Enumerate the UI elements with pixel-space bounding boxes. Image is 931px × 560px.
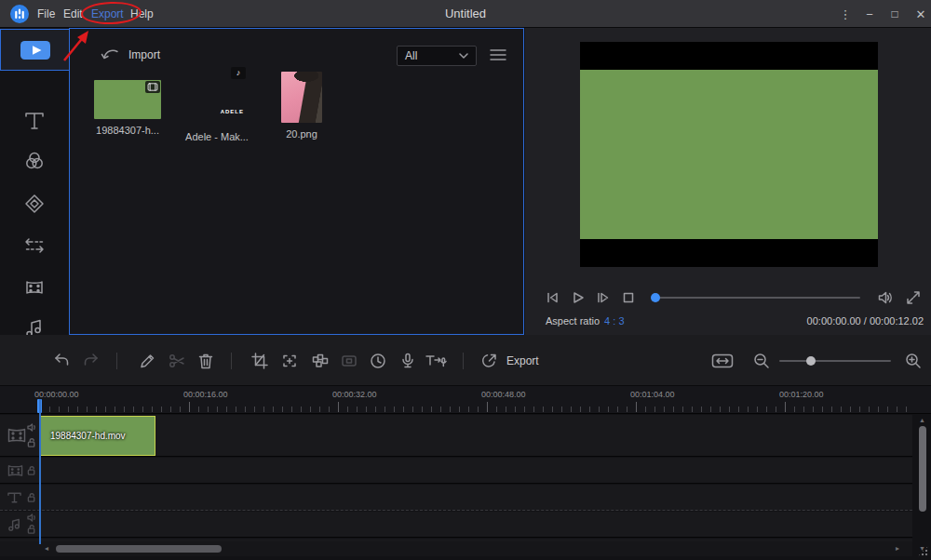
vertical-scroll-thumb[interactable] [919, 426, 926, 512]
more-options-button[interactable]: ⋮ [838, 0, 853, 28]
minimize-button[interactable]: − [861, 0, 878, 28]
music-track-icon [7, 517, 22, 532]
scroll-right-arrow[interactable]: ▸ [896, 544, 899, 553]
sidebar-tab-transitions[interactable] [0, 225, 69, 266]
lock-track-icon[interactable] [27, 493, 37, 502]
track-video-header [0, 415, 39, 456]
text-track-icon [7, 490, 22, 504]
timeline-zoom-slider[interactable] [779, 360, 891, 362]
lock-track-icon[interactable] [27, 525, 37, 534]
fullscreen-icon [905, 289, 922, 306]
overlay-track-icon [7, 463, 24, 478]
elements-icon [22, 275, 47, 300]
scroll-left-arrow[interactable]: ◂ [45, 544, 48, 553]
import-label: Import [128, 48, 160, 61]
menu-export[interactable]: Export [91, 7, 124, 20]
ruler-label: 00:00:32.00 [332, 390, 377, 399]
scroll-up-arrow[interactable]: ▲ [919, 417, 925, 423]
chevron-down-icon [459, 53, 468, 59]
media-library-panel: Import All 19884307-h... ADELE ♪ Adele -… [69, 28, 524, 335]
next-frame-button[interactable] [592, 287, 613, 308]
track-text [0, 485, 912, 511]
transitions-icon [22, 233, 47, 258]
close-button[interactable]: ✕ [912, 0, 929, 28]
play-button[interactable] [567, 287, 587, 308]
aspect-ratio-label: Aspect ratio [546, 315, 600, 327]
sidebar-tab-text[interactable] [0, 100, 69, 141]
stop-button[interactable] [618, 287, 639, 308]
import-button[interactable]: Import [100, 47, 160, 62]
menu-edit[interactable]: Edit [63, 7, 83, 20]
mute-track-icon[interactable] [27, 423, 37, 432]
sidebar-tab-elements[interactable] [0, 267, 69, 308]
playhead-line[interactable] [39, 399, 41, 544]
stop-icon [620, 289, 637, 306]
media-item-video[interactable]: 19884307-h... [94, 80, 161, 119]
timeline-ruler[interactable]: 00:00:00.00 00:00:16.00 00:00:32.00 00:0… [0, 386, 931, 414]
freeze-frame-icon [340, 352, 358, 370]
media-item-audio[interactable]: ADELE ♪ Adele - Mak... [187, 66, 247, 126]
split-button[interactable] [165, 349, 189, 373]
volume-icon [877, 289, 894, 306]
video-track-icon [7, 426, 27, 445]
fit-timeline-icon [711, 353, 734, 369]
lock-track-icon[interactable] [27, 466, 37, 475]
music-badge-icon: ♪ [231, 67, 246, 79]
import-icon [100, 47, 120, 62]
undo-button[interactable] [49, 349, 74, 373]
voiceover-button[interactable] [396, 349, 420, 373]
sidebar-tab-filters[interactable] [0, 140, 69, 181]
video-thumbnail [94, 80, 161, 119]
duration-button[interactable] [366, 349, 390, 373]
text-to-speech-button[interactable] [424, 349, 448, 373]
delete-button[interactable] [194, 349, 218, 373]
transport-controls [525, 285, 931, 313]
vertical-scrollbar[interactable]: ▲ ▼ [916, 415, 929, 556]
video-badge-icon [145, 81, 160, 93]
media-item-image[interactable]: 20.png [281, 72, 322, 123]
preview-canvas [580, 42, 878, 267]
media-filter-dropdown[interactable]: All [397, 46, 477, 66]
fit-timeline-button[interactable] [710, 349, 735, 373]
track-video: 19884307-hd.mov [0, 415, 912, 457]
menu-help[interactable]: Help [130, 7, 154, 20]
horizontal-scroll-thumb[interactable] [56, 545, 222, 553]
clock-icon [369, 352, 387, 370]
toolbar-divider [231, 353, 232, 369]
fullscreen-button[interactable] [903, 287, 924, 308]
lock-track-icon[interactable] [27, 438, 37, 447]
list-view-button[interactable] [490, 48, 506, 61]
video-editor-window: File Edit Export Help Untitled ⋮ − □ ✕ [0, 0, 931, 560]
zoom-in-button[interactable] [901, 349, 925, 373]
pencil-icon [138, 352, 156, 370]
edit-toolbar: Export [0, 335, 931, 386]
horizontal-scrollbar[interactable]: ◂ ▸ [0, 541, 912, 556]
seek-slider[interactable] [652, 297, 860, 299]
seek-handle[interactable] [651, 293, 660, 302]
zoom-frame-button[interactable] [277, 349, 302, 373]
media-item-name: 19884307-h... [96, 125, 159, 136]
volume-button[interactable] [875, 287, 896, 308]
edit-clip-button[interactable] [135, 349, 159, 373]
sidebar-tab-overlays[interactable] [0, 183, 69, 224]
freeze-frame-button[interactable] [337, 349, 361, 373]
microphone-icon [398, 352, 417, 370]
track-music [0, 512, 912, 538]
clip-name: 19884307-hd.mov [50, 431, 126, 441]
crop-button[interactable] [248, 349, 272, 373]
mosaic-button[interactable] [308, 349, 332, 373]
media-icon [20, 38, 51, 62]
mute-track-icon[interactable] [27, 513, 37, 522]
timeline-zoom-handle[interactable] [806, 356, 816, 366]
image-thumbnail [281, 72, 322, 123]
previous-frame-button[interactable] [542, 287, 562, 308]
maximize-button[interactable]: □ [886, 0, 903, 28]
aspect-ratio-value[interactable]: 4 : 3 [604, 315, 624, 327]
zoom-out-button[interactable] [749, 349, 774, 373]
redo-button[interactable] [79, 349, 103, 373]
export-button[interactable]: Export [479, 349, 539, 373]
timeline-clip[interactable]: 19884307-hd.mov [40, 416, 155, 456]
app-logo-icon [10, 5, 29, 23]
menu-file[interactable]: File [37, 7, 55, 20]
sidebar-tab-media[interactable] [0, 29, 69, 71]
